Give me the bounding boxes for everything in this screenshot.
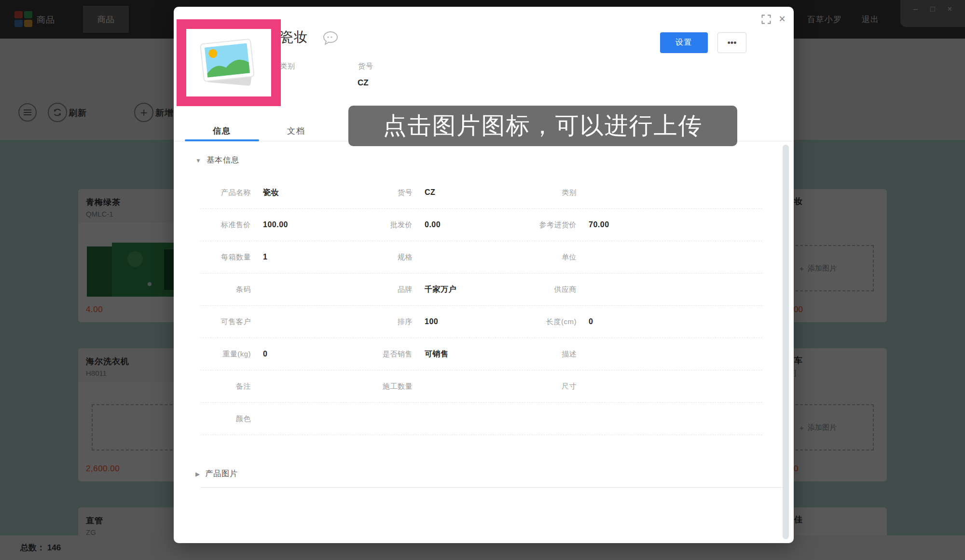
field-value[interactable]: 可销售 [413, 349, 519, 359]
header-sku-label: 货号 [358, 62, 373, 71]
caret-down-icon: ▼ [195, 157, 202, 164]
form-row: 可售客户 排序100 长度(cm)0 [200, 306, 762, 338]
active-tab-underline [185, 139, 259, 141]
field-value[interactable]: 千家万户 [413, 285, 519, 295]
section-divider [200, 487, 786, 488]
settings-button[interactable]: 设置 [660, 32, 708, 53]
form-row: 产品名称瓷妆 货号CZ 类别 [200, 177, 762, 209]
field-label: 供应商 [519, 285, 577, 294]
form-row: 条码 品牌千家万户 供应商 [200, 273, 762, 306]
tab-info[interactable]: 信息 [185, 120, 259, 142]
field-label: 参考进货价 [519, 220, 577, 230]
tutorial-tooltip: 点击图片图标，可以进行上传 [348, 106, 737, 146]
image-placeholder-icon[interactable] [198, 37, 259, 89]
caret-right-icon: ▶ [195, 471, 200, 478]
form-row: 重量(kg)0 是否销售可销售 描述 [200, 338, 762, 370]
field-value[interactable]: 0 [577, 317, 762, 326]
form-row: 标准售价100.00 批发价0.00 参考进货价70.00 [200, 209, 762, 241]
section-images-label: 产品图片 [205, 469, 238, 479]
field-label: 描述 [519, 350, 577, 359]
field-label: 单位 [519, 253, 577, 262]
field-value[interactable]: CZ [413, 188, 519, 197]
image-upload-highlight[interactable] [177, 19, 281, 106]
tooltip-text: 点击图片图标，可以进行上传 [383, 110, 703, 142]
app-window: 商品 商品 百草小罗 退出 – □ × 刷新 + 新增 青梅绿茶 [0, 0, 965, 560]
tab-docs[interactable]: 文档 [259, 120, 333, 142]
field-label: 类别 [519, 188, 577, 197]
field-label: 是否销售 [357, 350, 413, 359]
field-label: 标准售价 [200, 220, 251, 230]
section-basic-info[interactable]: ▼ 基本信息 [195, 155, 239, 165]
field-label: 产品名称 [200, 188, 251, 197]
field-label: 条码 [200, 285, 251, 294]
field-label: 规格 [357, 253, 413, 262]
chat-bubble-icon[interactable] [322, 31, 339, 45]
field-value[interactable]: 100.00 [251, 220, 357, 229]
field-value[interactable]: 0 [251, 350, 357, 358]
field-value[interactable]: 1 [251, 253, 357, 261]
field-label: 尺寸 [519, 382, 577, 391]
header-sku-value: CZ [358, 78, 369, 88]
field-value[interactable]: 0.00 [413, 220, 519, 229]
field-label: 排序 [357, 317, 413, 327]
field-label: 货号 [357, 188, 413, 197]
section-basic-label: 基本信息 [207, 155, 239, 165]
modal-close-icon[interactable]: × [779, 12, 786, 26]
field-label: 批发价 [357, 220, 413, 230]
form-row: 颜色 [200, 403, 762, 435]
field-label: 可售客户 [200, 317, 251, 327]
field-value[interactable]: 瓷妆 [251, 188, 357, 198]
modal-scrollbar[interactable] [783, 145, 789, 539]
fullscreen-icon[interactable] [761, 14, 771, 24]
form-row: 备注 施工数量 尺寸 [200, 370, 762, 403]
field-label: 品牌 [357, 285, 413, 294]
section-product-images[interactable]: ▶ 产品图片 [195, 469, 238, 479]
field-label: 备注 [200, 382, 251, 391]
basic-info-form: 产品名称瓷妆 货号CZ 类别 标准售价100.00 批发价0.00 参考进货价7… [200, 177, 762, 435]
field-label: 长度(cm) [519, 317, 577, 327]
field-label: 颜色 [200, 414, 251, 423]
modal-tabs: 信息 文档 [185, 120, 333, 142]
field-label: 重量(kg) [200, 350, 251, 359]
form-row: 每箱数量1 规格 单位 [200, 241, 762, 273]
header-category-label: 类别 [280, 62, 295, 71]
modal-product-title: 瓷妆 [280, 28, 308, 46]
field-label: 每箱数量 [200, 253, 251, 262]
field-value[interactable]: 70.00 [577, 220, 762, 229]
field-value[interactable]: 100 [413, 317, 519, 326]
field-label: 施工数量 [357, 382, 413, 391]
more-actions-button[interactable]: ••• [717, 32, 746, 53]
